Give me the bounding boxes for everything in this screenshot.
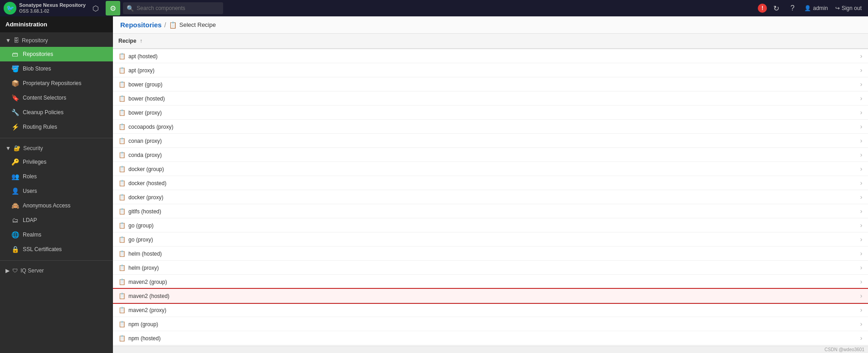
sidebar-item-blob-stores[interactable]: 🪣 Blob Stores: [0, 61, 113, 76]
recipe-row-icon: 📋: [118, 95, 126, 102]
blob-stores-icon: 🪣: [11, 65, 19, 72]
recipe-row-link[interactable]: apt (hosted): [128, 53, 158, 60]
realms-icon: 🌐: [11, 231, 19, 238]
chevron-cell[interactable]: ›: [854, 134, 868, 148]
table-row[interactable]: 📋bower (hosted)›: [113, 91, 868, 106]
table-row[interactable]: 📋npm (hosted)›: [113, 331, 868, 345]
sidebar-group-iq[interactable]: ▶ 🛡 IQ Server: [0, 264, 113, 277]
admin-nav-button[interactable]: ⚙: [106, 1, 120, 15]
help-button[interactable]: ?: [785, 1, 800, 15]
table-row[interactable]: 📋bower (proxy)›: [113, 106, 868, 120]
sidebar-item-realms[interactable]: 🌐 Realms: [0, 227, 113, 242]
chevron-cell[interactable]: ›: [854, 120, 868, 134]
recipe-row-link[interactable]: bower (proxy): [128, 110, 162, 116]
table-row[interactable]: 📋npm (group)›: [113, 317, 868, 331]
table-row[interactable]: 📋apt (proxy)›: [113, 63, 868, 77]
chevron-cell[interactable]: ›: [854, 49, 868, 63]
sidebar-item-anonymous-access[interactable]: 🙈 Anonymous Access: [0, 198, 113, 213]
table-row[interactable]: 📋docker (hosted)›: [113, 176, 868, 190]
chevron-cell[interactable]: ›: [854, 91, 868, 106]
chevron-cell[interactable]: ›: [854, 204, 868, 218]
chevron-cell[interactable]: ›: [854, 218, 868, 232]
recipe-row-link[interactable]: helm (proxy): [128, 265, 159, 271]
sidebar-item-roles[interactable]: 👥 Roles: [0, 169, 113, 184]
recipe-row-link[interactable]: cocoapods (proxy): [128, 124, 174, 130]
recipe-row-link[interactable]: maven2 (hosted): [128, 293, 169, 299]
sidebar-item-repositories[interactable]: 🗃 Repositories: [0, 47, 113, 61]
sidebar-item-blob-stores-label: Blob Stores: [23, 66, 51, 72]
chevron-cell[interactable]: ›: [854, 331, 868, 345]
cleanup-policies-icon: 🔧: [11, 109, 19, 116]
recipe-row-link[interactable]: maven2 (proxy): [128, 307, 166, 313]
recipe-column-header[interactable]: Recipe ↑: [113, 34, 854, 49]
recipe-row-link[interactable]: docker (hosted): [128, 180, 166, 187]
recipe-cell: 📋npm (hosted): [113, 331, 854, 345]
recipe-row-link[interactable]: go (proxy): [128, 237, 153, 243]
chevron-cell[interactable]: ›: [854, 63, 868, 77]
recipe-row-link[interactable]: docker (proxy): [128, 194, 163, 201]
sidebar-group-security[interactable]: ▼ 🔐 Security: [0, 142, 113, 155]
refresh-button[interactable]: ↻: [769, 1, 783, 15]
table-row[interactable]: 📋helm (hosted)›: [113, 247, 868, 261]
table-row[interactable]: 📋conan (proxy)›: [113, 134, 868, 148]
alert-badge[interactable]: !: [758, 4, 767, 13]
chevron-cell[interactable]: ›: [854, 232, 868, 247]
home-nav-button[interactable]: ⬡: [88, 1, 103, 15]
sidebar-item-routing-rules[interactable]: ⚡ Routing Rules: [0, 120, 113, 134]
recipe-row-link[interactable]: gitlfs (hosted): [128, 208, 161, 215]
chevron-cell[interactable]: ›: [854, 176, 868, 190]
sidebar-item-content-selectors[interactable]: 🔖 Content Selectors: [0, 91, 113, 105]
chevron-cell[interactable]: ›: [854, 162, 868, 176]
recipe-row-link[interactable]: helm (hosted): [128, 251, 162, 257]
recipe-row-link[interactable]: maven2 (group): [128, 279, 167, 285]
chevron-cell[interactable]: ›: [854, 247, 868, 261]
sidebar-section-repository: ▼ 🗄 Repository 🗃 Repositories 🪣 Blob Sto…: [0, 32, 113, 136]
sidebar-item-privileges[interactable]: 🔑 Privileges: [0, 155, 113, 169]
recipe-row-link[interactable]: npm (hosted): [128, 335, 161, 342]
recipe-row-link[interactable]: conan (proxy): [128, 138, 162, 144]
table-row[interactable]: 📋apt (hosted)›: [113, 49, 868, 63]
table-row[interactable]: 📋docker (group)›: [113, 162, 868, 176]
search-input[interactable]: [137, 5, 220, 11]
sidebar-item-ldap[interactable]: 🗂 LDAP: [0, 213, 113, 227]
sidebar-item-cleanup-policies[interactable]: 🔧 Cleanup Policies: [0, 105, 113, 120]
chevron-cell[interactable]: ›: [854, 303, 868, 317]
user-menu[interactable]: 👤 admin: [802, 4, 831, 12]
recipe-row-link[interactable]: conda (proxy): [128, 152, 162, 158]
recipe-row-link[interactable]: npm (group): [128, 321, 158, 328]
sidebar-section-security: ▼ 🔐 Security 🔑 Privileges 👥 Roles 👤 User…: [0, 140, 113, 258]
recipe-row-link[interactable]: apt (proxy): [128, 67, 154, 74]
sidebar-item-users[interactable]: 👤 Users: [0, 184, 113, 198]
nav-right-actions: ! ↻ ? 👤 admin ↪ Sign out: [758, 1, 864, 15]
chevron-cell[interactable]: ›: [854, 289, 868, 303]
recipe-row-link[interactable]: docker (group): [128, 166, 164, 172]
breadcrumb-parent-link[interactable]: Repositories: [120, 21, 162, 29]
table-row[interactable]: 📋docker (proxy)›: [113, 190, 868, 204]
sidebar-item-proprietary-repos[interactable]: 📦 Proprietary Repositories: [0, 76, 113, 91]
search-icon: 🔍: [127, 5, 134, 12]
table-row[interactable]: 📋maven2 (group)›: [113, 275, 868, 289]
recipe-row-link[interactable]: bower (hosted): [128, 96, 165, 102]
table-row[interactable]: 📋gitlfs (hosted)›: [113, 204, 868, 218]
chevron-cell[interactable]: ›: [854, 77, 868, 91]
chevron-cell[interactable]: ›: [854, 148, 868, 162]
table-row[interactable]: 📋go (group)›: [113, 218, 868, 232]
recipe-row-link[interactable]: go (group): [128, 222, 153, 229]
chevron-cell[interactable]: ›: [854, 106, 868, 120]
sidebar-item-ssl-certificates[interactable]: 🔒 SSL Certificates: [0, 242, 113, 257]
table-row[interactable]: 📋helm (proxy)›: [113, 261, 868, 275]
table-row[interactable]: 📋cocoapods (proxy)›: [113, 120, 868, 134]
recipe-row-icon: 📋: [118, 222, 126, 229]
table-row[interactable]: 📋maven2 (proxy)›: [113, 303, 868, 317]
chevron-cell[interactable]: ›: [854, 261, 868, 275]
table-row[interactable]: 📋conda (proxy)›: [113, 148, 868, 162]
table-row[interactable]: 📋maven2 (hosted)›: [113, 289, 868, 303]
signout-button[interactable]: ↪ Sign out: [832, 4, 864, 12]
chevron-cell[interactable]: ›: [854, 190, 868, 204]
table-row[interactable]: 📋bower (group)›: [113, 77, 868, 91]
table-row[interactable]: 📋go (proxy)›: [113, 232, 868, 247]
sidebar-group-repository[interactable]: ▼ 🗄 Repository: [0, 34, 113, 47]
chevron-cell[interactable]: ›: [854, 317, 868, 331]
chevron-cell[interactable]: ›: [854, 275, 868, 289]
recipe-row-link[interactable]: bower (group): [128, 81, 163, 88]
